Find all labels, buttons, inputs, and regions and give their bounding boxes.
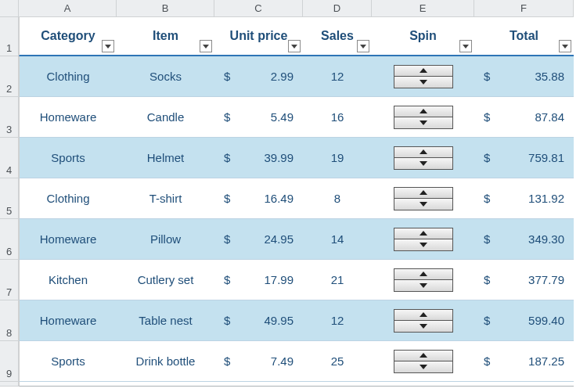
empty-cell[interactable]	[474, 382, 574, 387]
cell-item[interactable]: Cutlery set	[117, 260, 214, 300]
cell-spin[interactable]	[372, 260, 474, 300]
cell-unit-price[interactable]: $24.95	[214, 219, 303, 260]
spin-up-button[interactable]	[394, 310, 452, 322]
cell-spin[interactable]	[372, 97, 474, 138]
filter-button-category[interactable]	[102, 40, 114, 52]
cell-spin[interactable]	[372, 300, 474, 341]
spin-down-button[interactable]	[394, 77, 452, 88]
header-unit-price[interactable]: Unit price	[214, 17, 303, 56]
spin-control[interactable]	[394, 309, 453, 333]
spin-control[interactable]	[394, 106, 453, 129]
spin-down-button[interactable]	[394, 158, 452, 169]
spin-control[interactable]	[394, 146, 453, 170]
cell-category[interactable]: Sports	[19, 138, 117, 178]
spin-control[interactable]	[394, 268, 453, 292]
cell-unit-price[interactable]: $16.49	[214, 178, 303, 219]
cell-item[interactable]: Pillow	[117, 219, 214, 260]
filter-button-sales[interactable]	[357, 40, 369, 52]
cell-item[interactable]: Drink bottle	[117, 341, 214, 382]
cell-category[interactable]: Homeware	[19, 219, 117, 260]
spin-up-button[interactable]	[394, 66, 452, 77]
spin-control[interactable]	[394, 187, 453, 210]
filter-button-spin[interactable]	[459, 40, 472, 52]
cell-unit-price[interactable]: $49.95	[214, 300, 303, 341]
spin-up-button[interactable]	[394, 106, 452, 118]
col-header-C[interactable]: C	[214, 0, 303, 17]
cell-spin[interactable]	[372, 56, 474, 97]
cell-category[interactable]: Kitchen	[19, 260, 117, 300]
empty-cell[interactable]	[19, 382, 117, 387]
spin-down-button[interactable]	[394, 321, 452, 332]
spin-up-button[interactable]	[394, 147, 452, 159]
empty-cell[interactable]	[372, 382, 474, 387]
spin-up-button[interactable]	[394, 188, 452, 200]
empty-cell[interactable]	[303, 382, 372, 387]
cell-unit-price[interactable]: $5.49	[214, 97, 303, 138]
select-all-corner[interactable]	[0, 0, 19, 17]
header-total[interactable]: Total	[474, 17, 574, 56]
cell-item[interactable]: Helmet	[117, 138, 214, 178]
header-category[interactable]: Category	[19, 17, 117, 56]
cell-sales[interactable]: 25	[303, 341, 372, 382]
cell-sales[interactable]: 19	[303, 138, 372, 178]
cell-item[interactable]: Table nest	[117, 300, 214, 341]
spin-down-button[interactable]	[394, 199, 452, 210]
cell-category[interactable]: Clothing	[19, 178, 117, 219]
filter-button-unit-price[interactable]	[288, 40, 301, 52]
empty-cell[interactable]	[117, 382, 214, 387]
row-header-4[interactable]: 4	[0, 138, 19, 178]
cell-spin[interactable]	[372, 219, 474, 260]
col-header-B[interactable]: B	[117, 0, 214, 17]
cell-total[interactable]: $599.40	[474, 300, 574, 341]
spin-up-button[interactable]	[394, 351, 452, 362]
cell-item[interactable]: Candle	[117, 97, 214, 138]
spin-down-button[interactable]	[394, 117, 452, 128]
row-header-6[interactable]: 6	[0, 219, 19, 260]
cell-unit-price[interactable]: $39.99	[214, 138, 303, 178]
cell-total[interactable]: $349.30	[474, 219, 574, 260]
cell-item[interactable]: T-shirt	[117, 178, 214, 219]
cell-sales[interactable]: 21	[303, 260, 372, 300]
spin-control[interactable]	[394, 65, 453, 88]
cell-unit-price[interactable]: $7.49	[214, 341, 303, 382]
col-header-F[interactable]: F	[474, 0, 574, 17]
row-header-9[interactable]: 9	[0, 341, 19, 382]
filter-button-total[interactable]	[559, 40, 571, 52]
spin-down-button[interactable]	[394, 361, 452, 372]
cell-category[interactable]: Clothing	[19, 56, 117, 97]
cell-sales[interactable]: 12	[303, 56, 372, 97]
cell-total[interactable]: $87.84	[474, 97, 574, 138]
cell-spin[interactable]	[372, 138, 474, 178]
row-header-7[interactable]: 7	[0, 260, 19, 300]
cell-total[interactable]: $377.79	[474, 260, 574, 300]
row-header-overflow[interactable]	[0, 382, 19, 387]
cell-unit-price[interactable]: $17.99	[214, 260, 303, 300]
header-sales[interactable]: Sales	[303, 17, 372, 56]
cell-total[interactable]: $131.92	[474, 178, 574, 219]
row-header-2[interactable]: 2	[0, 56, 19, 97]
cell-unit-price[interactable]: $2.99	[214, 56, 303, 97]
row-header-3[interactable]: 3	[0, 97, 19, 138]
cell-sales[interactable]: 16	[303, 97, 372, 138]
header-item[interactable]: Item	[117, 17, 214, 56]
spin-up-button[interactable]	[394, 269, 452, 281]
cell-sales[interactable]: 14	[303, 219, 372, 260]
filter-button-item[interactable]	[200, 40, 212, 52]
cell-category[interactable]: Homeware	[19, 300, 117, 341]
row-header-8[interactable]: 8	[0, 300, 19, 341]
spin-down-button[interactable]	[394, 239, 452, 250]
cell-spin[interactable]	[372, 178, 474, 219]
spin-control[interactable]	[394, 350, 453, 373]
empty-cell[interactable]	[214, 382, 303, 387]
col-header-D[interactable]: D	[303, 0, 372, 17]
spin-control[interactable]	[394, 228, 453, 251]
cell-total[interactable]: $35.88	[474, 56, 574, 97]
cell-category[interactable]: Sports	[19, 341, 117, 382]
cell-total[interactable]: $187.25	[474, 341, 574, 382]
cell-sales[interactable]: 12	[303, 300, 372, 341]
col-header-A[interactable]: A	[19, 0, 117, 17]
header-spin[interactable]: Spin	[372, 17, 474, 56]
cell-item[interactable]: Socks	[117, 56, 214, 97]
col-header-E[interactable]: E	[372, 0, 474, 17]
row-header-1[interactable]: 1	[0, 17, 19, 56]
